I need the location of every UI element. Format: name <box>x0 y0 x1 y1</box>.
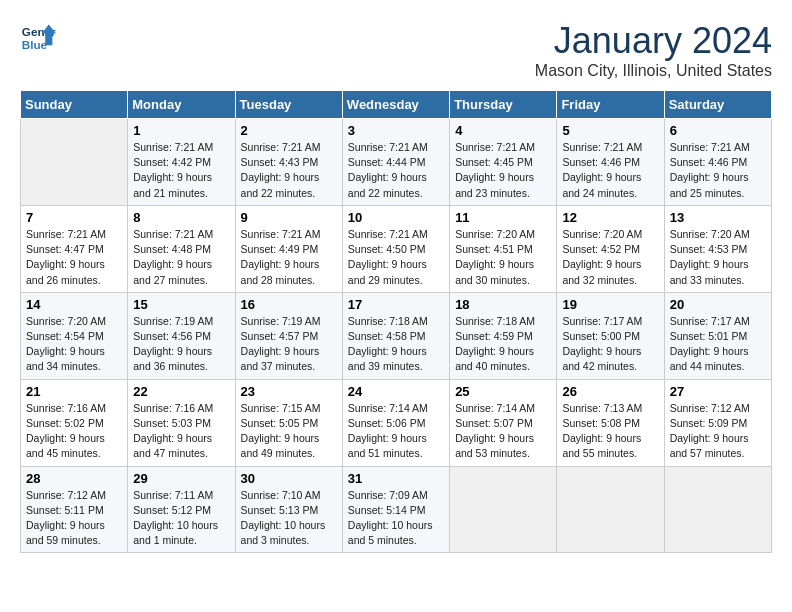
day-info: Sunrise: 7:20 AMSunset: 4:52 PMDaylight:… <box>562 227 658 288</box>
calendar-body: 1Sunrise: 7:21 AMSunset: 4:42 PMDaylight… <box>21 119 772 553</box>
day-cell: 5Sunrise: 7:21 AMSunset: 4:46 PMDaylight… <box>557 119 664 206</box>
day-info: Sunrise: 7:12 AMSunset: 5:11 PMDaylight:… <box>26 488 122 549</box>
day-info: Sunrise: 7:21 AMSunset: 4:46 PMDaylight:… <box>670 140 766 201</box>
day-cell: 15Sunrise: 7:19 AMSunset: 4:56 PMDayligh… <box>128 292 235 379</box>
day-number: 25 <box>455 384 551 399</box>
day-info: Sunrise: 7:21 AMSunset: 4:47 PMDaylight:… <box>26 227 122 288</box>
day-number: 4 <box>455 123 551 138</box>
day-cell <box>450 466 557 553</box>
day-cell: 22Sunrise: 7:16 AMSunset: 5:03 PMDayligh… <box>128 379 235 466</box>
day-number: 29 <box>133 471 229 486</box>
day-info: Sunrise: 7:14 AMSunset: 5:07 PMDaylight:… <box>455 401 551 462</box>
day-number: 20 <box>670 297 766 312</box>
day-cell: 6Sunrise: 7:21 AMSunset: 4:46 PMDaylight… <box>664 119 771 206</box>
logo: General Blue <box>20 20 56 56</box>
day-number: 3 <box>348 123 444 138</box>
day-number: 23 <box>241 384 337 399</box>
day-info: Sunrise: 7:19 AMSunset: 4:57 PMDaylight:… <box>241 314 337 375</box>
svg-text:Blue: Blue <box>22 38 48 51</box>
day-info: Sunrise: 7:21 AMSunset: 4:42 PMDaylight:… <box>133 140 229 201</box>
calendar-table: SundayMondayTuesdayWednesdayThursdayFrid… <box>20 90 772 553</box>
day-number: 2 <box>241 123 337 138</box>
day-info: Sunrise: 7:11 AMSunset: 5:12 PMDaylight:… <box>133 488 229 549</box>
day-info: Sunrise: 7:21 AMSunset: 4:46 PMDaylight:… <box>562 140 658 201</box>
day-cell: 23Sunrise: 7:15 AMSunset: 5:05 PMDayligh… <box>235 379 342 466</box>
day-cell: 8Sunrise: 7:21 AMSunset: 4:48 PMDaylight… <box>128 205 235 292</box>
day-cell: 7Sunrise: 7:21 AMSunset: 4:47 PMDaylight… <box>21 205 128 292</box>
weekday-header-monday: Monday <box>128 91 235 119</box>
week-row-1: 1Sunrise: 7:21 AMSunset: 4:42 PMDaylight… <box>21 119 772 206</box>
day-number: 16 <box>241 297 337 312</box>
day-number: 26 <box>562 384 658 399</box>
day-info: Sunrise: 7:21 AMSunset: 4:49 PMDaylight:… <box>241 227 337 288</box>
day-info: Sunrise: 7:09 AMSunset: 5:14 PMDaylight:… <box>348 488 444 549</box>
day-number: 21 <box>26 384 122 399</box>
day-cell <box>21 119 128 206</box>
day-number: 18 <box>455 297 551 312</box>
day-number: 5 <box>562 123 658 138</box>
day-cell: 13Sunrise: 7:20 AMSunset: 4:53 PMDayligh… <box>664 205 771 292</box>
title-area: January 2024 Mason City, Illinois, Unite… <box>535 20 772 80</box>
day-number: 22 <box>133 384 229 399</box>
day-cell: 17Sunrise: 7:18 AMSunset: 4:58 PMDayligh… <box>342 292 449 379</box>
day-info: Sunrise: 7:18 AMSunset: 4:59 PMDaylight:… <box>455 314 551 375</box>
day-cell: 2Sunrise: 7:21 AMSunset: 4:43 PMDaylight… <box>235 119 342 206</box>
day-number: 6 <box>670 123 766 138</box>
day-cell: 26Sunrise: 7:13 AMSunset: 5:08 PMDayligh… <box>557 379 664 466</box>
weekday-header-saturday: Saturday <box>664 91 771 119</box>
weekday-header-friday: Friday <box>557 91 664 119</box>
day-cell: 24Sunrise: 7:14 AMSunset: 5:06 PMDayligh… <box>342 379 449 466</box>
day-cell: 12Sunrise: 7:20 AMSunset: 4:52 PMDayligh… <box>557 205 664 292</box>
weekday-header-thursday: Thursday <box>450 91 557 119</box>
day-info: Sunrise: 7:19 AMSunset: 4:56 PMDaylight:… <box>133 314 229 375</box>
day-cell: 14Sunrise: 7:20 AMSunset: 4:54 PMDayligh… <box>21 292 128 379</box>
day-number: 15 <box>133 297 229 312</box>
day-info: Sunrise: 7:20 AMSunset: 4:51 PMDaylight:… <box>455 227 551 288</box>
day-cell: 28Sunrise: 7:12 AMSunset: 5:11 PMDayligh… <box>21 466 128 553</box>
day-number: 8 <box>133 210 229 225</box>
day-info: Sunrise: 7:21 AMSunset: 4:44 PMDaylight:… <box>348 140 444 201</box>
day-cell: 11Sunrise: 7:20 AMSunset: 4:51 PMDayligh… <box>450 205 557 292</box>
day-info: Sunrise: 7:21 AMSunset: 4:48 PMDaylight:… <box>133 227 229 288</box>
location: Mason City, Illinois, United States <box>535 62 772 80</box>
day-cell <box>557 466 664 553</box>
day-cell: 18Sunrise: 7:18 AMSunset: 4:59 PMDayligh… <box>450 292 557 379</box>
weekday-header-tuesday: Tuesday <box>235 91 342 119</box>
day-number: 24 <box>348 384 444 399</box>
day-info: Sunrise: 7:17 AMSunset: 5:01 PMDaylight:… <box>670 314 766 375</box>
week-row-2: 7Sunrise: 7:21 AMSunset: 4:47 PMDaylight… <box>21 205 772 292</box>
day-number: 12 <box>562 210 658 225</box>
day-info: Sunrise: 7:17 AMSunset: 5:00 PMDaylight:… <box>562 314 658 375</box>
day-cell: 21Sunrise: 7:16 AMSunset: 5:02 PMDayligh… <box>21 379 128 466</box>
day-cell: 29Sunrise: 7:11 AMSunset: 5:12 PMDayligh… <box>128 466 235 553</box>
day-info: Sunrise: 7:21 AMSunset: 4:43 PMDaylight:… <box>241 140 337 201</box>
day-info: Sunrise: 7:20 AMSunset: 4:54 PMDaylight:… <box>26 314 122 375</box>
day-number: 10 <box>348 210 444 225</box>
day-cell: 20Sunrise: 7:17 AMSunset: 5:01 PMDayligh… <box>664 292 771 379</box>
day-info: Sunrise: 7:21 AMSunset: 4:50 PMDaylight:… <box>348 227 444 288</box>
day-info: Sunrise: 7:14 AMSunset: 5:06 PMDaylight:… <box>348 401 444 462</box>
month-title: January 2024 <box>535 20 772 62</box>
week-row-5: 28Sunrise: 7:12 AMSunset: 5:11 PMDayligh… <box>21 466 772 553</box>
day-number: 28 <box>26 471 122 486</box>
day-number: 7 <box>26 210 122 225</box>
day-cell: 16Sunrise: 7:19 AMSunset: 4:57 PMDayligh… <box>235 292 342 379</box>
day-number: 11 <box>455 210 551 225</box>
header: General Blue January 2024 Mason City, Il… <box>20 20 772 80</box>
day-number: 31 <box>348 471 444 486</box>
day-number: 14 <box>26 297 122 312</box>
day-cell: 4Sunrise: 7:21 AMSunset: 4:45 PMDaylight… <box>450 119 557 206</box>
day-cell: 9Sunrise: 7:21 AMSunset: 4:49 PMDaylight… <box>235 205 342 292</box>
day-number: 13 <box>670 210 766 225</box>
day-number: 1 <box>133 123 229 138</box>
day-info: Sunrise: 7:16 AMSunset: 5:02 PMDaylight:… <box>26 401 122 462</box>
day-info: Sunrise: 7:21 AMSunset: 4:45 PMDaylight:… <box>455 140 551 201</box>
day-cell: 3Sunrise: 7:21 AMSunset: 4:44 PMDaylight… <box>342 119 449 206</box>
day-info: Sunrise: 7:12 AMSunset: 5:09 PMDaylight:… <box>670 401 766 462</box>
day-number: 17 <box>348 297 444 312</box>
day-info: Sunrise: 7:18 AMSunset: 4:58 PMDaylight:… <box>348 314 444 375</box>
day-cell: 25Sunrise: 7:14 AMSunset: 5:07 PMDayligh… <box>450 379 557 466</box>
day-number: 9 <box>241 210 337 225</box>
day-number: 19 <box>562 297 658 312</box>
day-info: Sunrise: 7:10 AMSunset: 5:13 PMDaylight:… <box>241 488 337 549</box>
